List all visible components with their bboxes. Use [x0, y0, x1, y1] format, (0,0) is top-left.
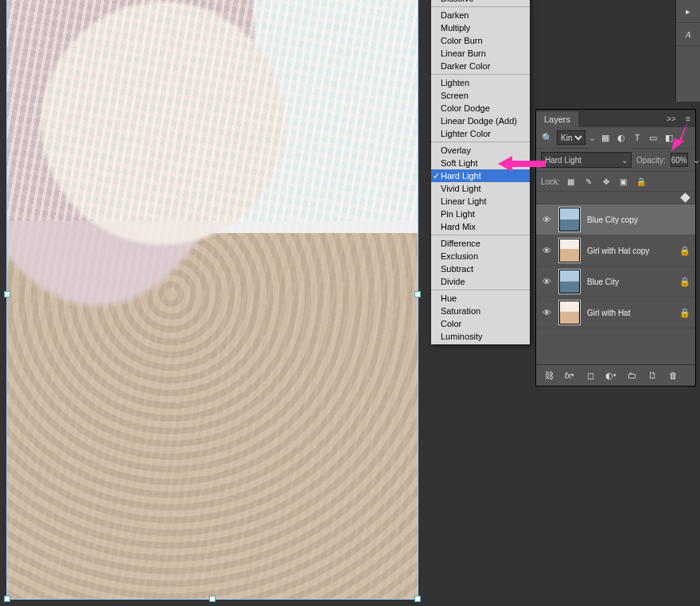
filter-adjustment-icon[interactable]: ◐ — [615, 131, 628, 144]
layer-name-label[interactable]: Girl with Hat copy — [587, 247, 649, 255]
blend-mode-option[interactable]: Color Dodge — [431, 102, 530, 115]
lock-row: Lock: ▦ ✎ ✥ ▣ 🔒 — [536, 172, 695, 192]
blend-mode-option[interactable]: Overlay — [431, 144, 530, 157]
filter-type-icon[interactable]: T — [631, 131, 644, 144]
layer-filter-kind[interactable]: Kind — [557, 130, 585, 145]
visibility-toggle-icon[interactable]: 👁 — [541, 308, 552, 317]
blend-mode-option[interactable]: Hard Light — [431, 169, 530, 182]
visibility-toggle-icon[interactable]: 👁 — [541, 215, 552, 224]
blend-mode-option[interactable]: Soft Light — [431, 157, 530, 169]
transform-handle-bottom-left[interactable] — [4, 596, 10, 602]
transform-handle-middle-left[interactable] — [4, 291, 10, 297]
lock-artboard-icon[interactable]: ▣ — [617, 175, 630, 188]
layer-mask-icon[interactable]: ◻ — [584, 369, 597, 382]
lock-icon: 🔒 — [679, 308, 690, 318]
visibility-toggle-icon[interactable]: 👁 — [541, 246, 552, 255]
lock-transparency-icon[interactable]: ▦ — [565, 175, 578, 188]
layer-row[interactable]: 👁Girl with Hat copy🔒 — [536, 235, 695, 266]
panel-menu-button[interactable]: ≡ — [681, 114, 695, 123]
layers-panel: Layers >> ≡ 🔍 Kind ⌄ ▦ ◐ T ▭ ◧ Hard Ligh… — [536, 110, 695, 386]
blend-mode-option[interactable]: Pin Light — [431, 208, 530, 220]
transform-handle-middle-right[interactable] — [414, 291, 421, 297]
blend-mode-option[interactable]: Difference — [431, 237, 530, 250]
panel-collapse-button[interactable]: >> — [662, 115, 681, 123]
layer-group-icon[interactable]: 🗀 — [625, 369, 638, 382]
search-icon: 🔍 — [541, 131, 554, 144]
layers-panel-footer: ⛓ fx▾ ◻ ◐▾ 🗀 🗋 🗑 — [536, 364, 695, 386]
blend-mode-option[interactable]: Screen — [431, 89, 530, 102]
delete-layer-icon[interactable]: 🗑 — [667, 369, 679, 382]
adjustment-layer-icon[interactable]: ◐▾ — [605, 369, 617, 382]
free-transform-bounding-box[interactable] — [6, 0, 418, 600]
blend-mode-option[interactable]: Linear Light — [431, 195, 530, 208]
layer-row[interactable]: 👁Blue City copy — [536, 204, 695, 235]
character-panel-icon[interactable]: A — [676, 23, 700, 46]
blend-mode-option[interactable]: Luminosity — [431, 330, 530, 343]
new-layer-icon[interactable]: 🗋 — [646, 369, 659, 382]
transform-handle-bottom-middle[interactable] — [209, 596, 216, 602]
fill-slider-knob[interactable] — [680, 192, 690, 203]
layer-thumbnail[interactable] — [558, 207, 581, 232]
transform-handle-bottom-right[interactable] — [414, 596, 421, 602]
blend-mode-option[interactable]: Darken — [431, 9, 530, 21]
canvas[interactable] — [6, 0, 418, 600]
blend-mode-value: Hard Light — [545, 156, 581, 165]
blend-mode-option[interactable]: Color — [431, 317, 530, 330]
blend-mode-select[interactable]: Hard Light — [541, 152, 632, 168]
layer-thumbnail[interactable] — [558, 269, 581, 294]
layer-name-label[interactable]: Blue City — [587, 278, 619, 286]
lock-icon: 🔒 — [679, 277, 690, 287]
blend-mode-option[interactable]: Linear Dodge (Add) — [431, 115, 530, 127]
collapse-panels-button[interactable]: ▸ — [676, 0, 700, 23]
panel-tab-bar: Layers >> ≡ — [536, 110, 695, 127]
right-panel-strip: ▸ A — [675, 0, 700, 102]
visibility-toggle-icon[interactable]: 👁 — [541, 277, 552, 286]
opacity-input[interactable]: 60% — [671, 153, 688, 167]
blend-mode-option[interactable]: Darker Color — [431, 60, 530, 72]
filter-pixel-icon[interactable]: ▦ — [599, 131, 612, 144]
blend-mode-option[interactable]: Vivid Light — [431, 182, 530, 195]
lock-pixels-icon[interactable]: ✎ — [582, 175, 595, 188]
blend-mode-option[interactable]: Hue — [431, 292, 530, 305]
blend-mode-option[interactable]: Saturation — [431, 305, 530, 317]
layer-name-label[interactable]: Girl with Hat — [587, 309, 630, 317]
link-layers-icon[interactable]: ⛓ — [542, 369, 555, 382]
layer-name-label[interactable]: Blue City copy — [587, 216, 638, 224]
opacity-label: Opacity: — [636, 156, 666, 165]
blend-mode-option[interactable]: Color Burn — [431, 34, 530, 47]
blend-mode-option[interactable]: Linear Burn — [431, 47, 530, 60]
blend-opacity-row: Hard Light Opacity: 60% ⌄ — [536, 149, 695, 172]
blend-mode-option[interactable]: Subtract — [431, 262, 530, 275]
layer-thumbnail[interactable] — [558, 238, 581, 263]
layer-list: 👁Blue City copy👁Girl with Hat copy🔒👁Blue… — [536, 204, 695, 386]
filter-shape-icon[interactable]: ▭ — [647, 131, 659, 144]
layer-row[interactable]: 👁Blue City🔒 — [536, 266, 695, 297]
blend-mode-dropdown[interactable]: DissolveDarkenMultiplyColor BurnLinear B… — [431, 0, 530, 344]
lock-icon: 🔒 — [679, 246, 690, 256]
lock-label: Lock: — [541, 177, 560, 186]
blend-mode-option[interactable]: Lighten — [431, 76, 530, 89]
blend-mode-option[interactable]: Hard Mix — [431, 220, 530, 233]
layer-filter-row: 🔍 Kind ⌄ ▦ ◐ T ▭ ◧ — [536, 127, 695, 149]
blend-mode-option[interactable]: Exclusion — [431, 250, 530, 262]
layer-thumbnail[interactable] — [558, 300, 581, 325]
blend-mode-option[interactable]: Lighter Color — [431, 127, 530, 140]
lock-all-icon[interactable]: 🔒 — [635, 175, 648, 188]
layer-style-icon[interactable]: fx▾ — [563, 369, 576, 382]
lock-position-icon[interactable]: ✥ — [600, 175, 612, 188]
layers-tab[interactable]: Layers — [536, 111, 578, 127]
layer-row[interactable]: 👁Girl with Hat🔒 — [536, 297, 695, 328]
fill-row — [536, 192, 695, 204]
blend-mode-option[interactable]: Divide — [431, 275, 530, 288]
filter-smart-icon[interactable]: ◧ — [663, 131, 675, 144]
blend-mode-option[interactable]: Dissolve — [431, 0, 530, 5]
blend-mode-option[interactable]: Multiply — [431, 21, 530, 34]
